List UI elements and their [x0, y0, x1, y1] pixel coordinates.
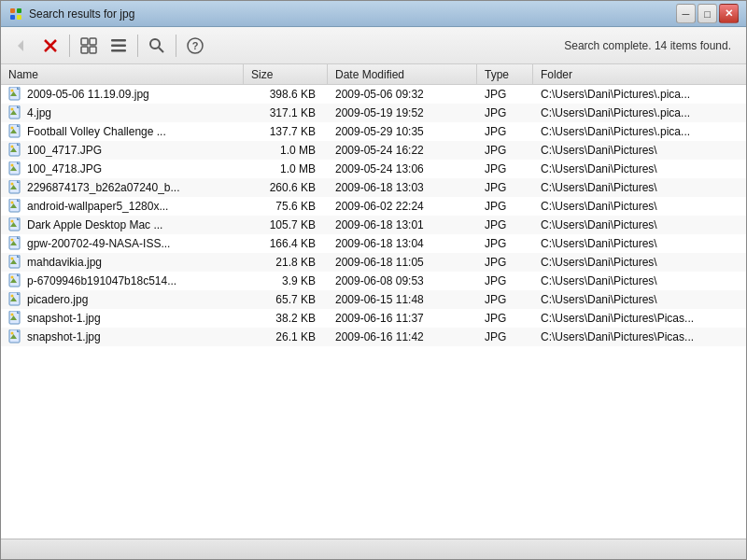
view-tiles-button[interactable] [75, 32, 103, 60]
file-date-cell: 2009-05-24 13:06 [328, 161, 477, 177]
table-row[interactable]: 100_4718.JPG1.0 MB2009-05-24 13:06JPGC:\… [1, 160, 746, 178]
file-date-cell: 2009-06-18 13:04 [328, 235, 477, 252]
svg-rect-3 [17, 15, 21, 20]
svg-point-40 [11, 183, 14, 186]
file-list[interactable]: 2009-05-06 11.19.09.jpg398.6 KB2009-05-0… [1, 85, 746, 539]
svg-point-14 [150, 39, 160, 49]
file-name-text: gpw-200702-49-NASA-ISS... [27, 237, 170, 250]
col-date[interactable]: Date Modified [328, 64, 477, 84]
zoom-button[interactable] [143, 32, 171, 60]
file-size-cell: 1.0 MB [244, 142, 328, 159]
col-folder[interactable]: Folder [533, 64, 746, 84]
svg-point-56 [11, 258, 14, 260]
file-size-cell: 137.7 KB [244, 123, 328, 140]
svg-rect-7 [81, 38, 88, 45]
file-type-cell: JPG [477, 105, 533, 121]
file-type-cell: JPG [477, 235, 533, 252]
file-type-cell: JPG [477, 310, 533, 327]
file-folder-cell: C:\Users\Dani\Pictures\.pica... [533, 105, 746, 121]
file-icon [8, 161, 23, 176]
file-size-cell: 38.2 KB [244, 310, 328, 327]
col-name[interactable]: Name [1, 64, 244, 84]
main-window: Search results for jpg ─ □ ✕ [0, 0, 747, 560]
file-icon [8, 143, 23, 158]
svg-rect-1 [17, 8, 21, 13]
file-name-cell: snapshot-1.jpg [1, 309, 244, 328]
table-row[interactable]: picadero.jpg65.7 KB2009-06-15 11:48JPGC:… [1, 290, 746, 309]
table-row[interactable]: p-6709946b191047b18c514...3.9 KB2009-06-… [1, 272, 746, 290]
table-row[interactable]: Dark Apple Desktop Mac ...105.7 KB2009-0… [1, 216, 746, 234]
file-date-cell: 2009-06-15 11:48 [328, 291, 477, 308]
content-area: 2009-05-06 11.19.09.jpg398.6 KB2009-05-0… [1, 85, 746, 539]
table-row[interactable]: 2296874173_b262a07240_b...260.6 KB2009-0… [1, 178, 746, 197]
svg-point-68 [11, 314, 14, 316]
file-type-cell: JPG [477, 329, 533, 345]
file-size-cell: 166.4 KB [244, 235, 328, 252]
svg-point-24 [11, 108, 14, 111]
file-icon [8, 124, 23, 139]
file-size-cell: 3.9 KB [244, 273, 328, 289]
bottom-status-bar [1, 539, 746, 559]
maximize-button[interactable]: □ [698, 4, 717, 23]
minimize-button[interactable]: ─ [676, 4, 696, 23]
svg-rect-9 [81, 47, 88, 53]
table-row[interactable]: 2009-05-06 11.19.09.jpg398.6 KB2009-05-0… [1, 85, 746, 104]
table-row[interactable]: android-wallpaper5_1280x...75.6 KB2009-0… [1, 197, 746, 216]
svg-point-52 [11, 239, 14, 242]
file-icon [8, 273, 23, 288]
view-list-button[interactable] [105, 32, 133, 60]
file-name-cell: gpw-200702-49-NASA-ISS... [1, 234, 244, 253]
file-date-cell: 2009-06-08 09:53 [328, 273, 477, 289]
file-date-cell: 2009-05-24 16:22 [328, 142, 477, 159]
file-type-cell: JPG [477, 291, 533, 308]
table-row[interactable]: snapshot-1.jpg26.1 KB2009-06-16 11:42JPG… [1, 328, 746, 346]
svg-rect-2 [10, 15, 15, 20]
file-name-text: 2009-05-06 11.19.09.jpg [27, 88, 149, 101]
table-row[interactable]: gpw-200702-49-NASA-ISS...166.4 KB2009-06… [1, 234, 746, 253]
file-icon [8, 236, 23, 251]
table-row[interactable]: mahdavikia.jpg21.8 KB2009-06-18 11:05JPG… [1, 253, 746, 272]
file-name-cell: snapshot-1.jpg [1, 328, 244, 346]
file-folder-cell: C:\Users\Dani\Pictures\ [533, 217, 746, 233]
file-icon [8, 87, 23, 102]
window-title: Search results for jpg [29, 7, 676, 21]
file-icon [8, 180, 23, 195]
column-headers: Name Size Date Modified Type Folder [1, 64, 746, 85]
table-row[interactable]: 100_4717.JPG1.0 MB2009-05-24 16:22JPGC:\… [1, 141, 746, 160]
file-type-cell: JPG [477, 179, 533, 196]
close-search-button[interactable] [36, 32, 64, 60]
file-name-text: 100_4718.JPG [27, 162, 102, 175]
col-type[interactable]: Type [477, 64, 533, 84]
file-name-text: 100_4717.JPG [27, 144, 102, 157]
close-button[interactable]: ✕ [719, 4, 739, 23]
help-button[interactable]: ? [181, 32, 209, 60]
file-name-cell: 2009-05-06 11.19.09.jpg [1, 85, 244, 104]
svg-text:?: ? [192, 40, 199, 51]
col-size[interactable]: Size [244, 64, 328, 84]
file-folder-cell: C:\Users\Dani\Pictures\ [533, 254, 746, 271]
svg-point-48 [11, 220, 14, 223]
file-name-cell: 100_4718.JPG [1, 160, 244, 178]
file-size-cell: 21.8 KB [244, 254, 328, 271]
svg-rect-12 [111, 44, 126, 47]
file-size-cell: 317.1 KB [244, 105, 328, 121]
file-name-text: Football Volley Challenge ... [27, 125, 166, 138]
file-date-cell: 2009-05-19 19:52 [328, 105, 477, 121]
svg-line-15 [159, 48, 163, 52]
file-folder-cell: C:\Users\Dani\Pictures\.pica... [533, 123, 746, 140]
file-size-cell: 65.7 KB [244, 291, 328, 308]
file-folder-cell: C:\Users\Dani\Pictures\ [533, 198, 746, 215]
toolbar-sep-3 [176, 35, 176, 57]
table-row[interactable]: 4.jpg317.1 KB2009-05-19 19:52JPGC:\Users… [1, 104, 746, 122]
file-icon [8, 217, 23, 232]
svg-point-60 [11, 276, 14, 279]
table-row[interactable]: snapshot-1.jpg38.2 KB2009-06-16 11:37JPG… [1, 309, 746, 328]
file-folder-cell: C:\Users\Dani\Pictures\ [533, 161, 746, 177]
file-name-text: Dark Apple Desktop Mac ... [27, 218, 162, 231]
file-name-cell: p-6709946b191047b18c514... [1, 272, 244, 290]
file-name-cell: Dark Apple Desktop Mac ... [1, 216, 244, 234]
table-row[interactable]: Football Volley Challenge ...137.7 KB200… [1, 122, 746, 141]
svg-rect-0 [10, 8, 15, 13]
back-button[interactable] [7, 32, 35, 60]
file-name-cell: Football Volley Challenge ... [1, 122, 244, 141]
